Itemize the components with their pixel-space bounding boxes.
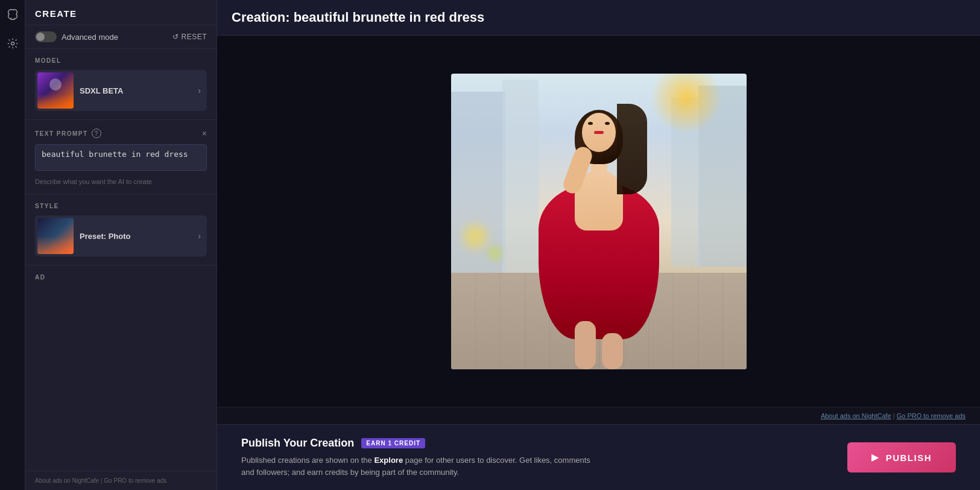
style-card[interactable]: Preset: Photo ›	[35, 215, 207, 256]
prompt-label-row: TEXT PROMPT ?	[35, 129, 101, 138]
left-panel-header: CREATE	[25, 0, 217, 25]
ad-section-label: AD	[35, 274, 207, 281]
icon-rail	[0, 0, 25, 490]
prompt-input[interactable]	[35, 144, 207, 171]
main-header: Creation: beautiful brunette in red dres…	[217, 0, 980, 36]
prompt-help-icon[interactable]: ?	[92, 129, 101, 138]
model-chevron-icon: ›	[198, 86, 201, 95]
advanced-mode-label: Advanced mode	[62, 33, 118, 42]
ad-separator: |	[891, 412, 897, 419]
left-panel: CREATE Advanced mode ↺ RESET MODEL SDXL …	[25, 0, 217, 490]
model-card[interactable]: SDXL BETA ›	[35, 70, 207, 111]
publish-text-area: Publish Your Creation EARN 1 CREDIT Publ…	[241, 437, 603, 478]
publish-arrow-icon: ▶	[871, 452, 880, 463]
style-section-label: STYLE	[35, 203, 207, 209]
settings-icon[interactable]	[4, 35, 21, 52]
advanced-mode-label-group: Advanced mode	[35, 31, 118, 42]
publish-button[interactable]: ▶ PUBLISH	[847, 442, 956, 472]
publish-description: Published creations are shown on the Exp…	[241, 454, 603, 478]
model-thumbnail	[37, 72, 74, 109]
style-name: Preset: Photo	[80, 232, 131, 241]
style-card-left: Preset: Photo	[37, 218, 131, 254]
prompt-close-icon[interactable]: ×	[202, 129, 207, 138]
prompt-header: TEXT PROMPT ? ×	[35, 129, 207, 138]
explore-link[interactable]: Explore	[374, 456, 403, 465]
publish-title: Publish Your Creation	[241, 437, 354, 450]
model-section-label: MODEL	[35, 57, 207, 64]
create-title: CREATE	[35, 8, 207, 19]
advanced-mode-toggle[interactable]	[35, 31, 57, 42]
go-pro-link[interactable]: Go PRO to remove ads	[104, 477, 166, 484]
page-title: Creation: beautiful brunette in red dres…	[232, 10, 966, 25]
brain-icon[interactable]	[4, 6, 21, 23]
model-card-left: SDXL BETA	[37, 72, 123, 109]
style-thumbnail	[37, 218, 74, 254]
publish-button-label: PUBLISH	[886, 453, 932, 463]
model-name: SDXL BETA	[80, 86, 123, 95]
generated-image	[451, 74, 747, 369]
ad-section: AD	[25, 266, 217, 471]
reset-icon: ↺	[172, 33, 179, 41]
advanced-mode-row: Advanced mode ↺ RESET	[25, 25, 217, 49]
model-section: MODEL SDXL BETA ›	[25, 49, 217, 120]
image-area	[217, 36, 980, 407]
about-ads-main-link[interactable]: About ads on NightCafe	[821, 412, 891, 419]
ad-link-row: About ads on NightCafe | Go PRO to remov…	[217, 407, 980, 424]
main-content: Creation: beautiful brunette in red dres…	[217, 0, 980, 490]
publish-title-row: Publish Your Creation EARN 1 CREDIT	[241, 437, 603, 450]
style-chevron-icon: ›	[198, 231, 201, 241]
svg-point-0	[11, 42, 14, 45]
go-pro-main-link[interactable]: Go PRO to remove ads	[897, 412, 966, 419]
style-section: STYLE Preset: Photo ›	[25, 194, 217, 266]
about-ads-link[interactable]: About ads on NightCafe	[35, 477, 99, 484]
prompt-section-label: TEXT PROMPT	[35, 130, 88, 137]
publish-bar: Publish Your Creation EARN 1 CREDIT Publ…	[217, 424, 980, 490]
earn-badge: EARN 1 CREDIT	[361, 438, 425, 448]
reset-button[interactable]: ↺ RESET	[172, 33, 207, 41]
prompt-hint: Describe what you want the AI to create	[35, 178, 207, 185]
reset-label: RESET	[181, 33, 207, 41]
left-panel-footer: About ads on NightCafe | Go PRO to remov…	[25, 471, 217, 490]
publish-desc-1: Published creations are shown on the	[241, 456, 374, 465]
text-prompt-section: TEXT PROMPT ? × Describe what you want t…	[25, 120, 217, 194]
